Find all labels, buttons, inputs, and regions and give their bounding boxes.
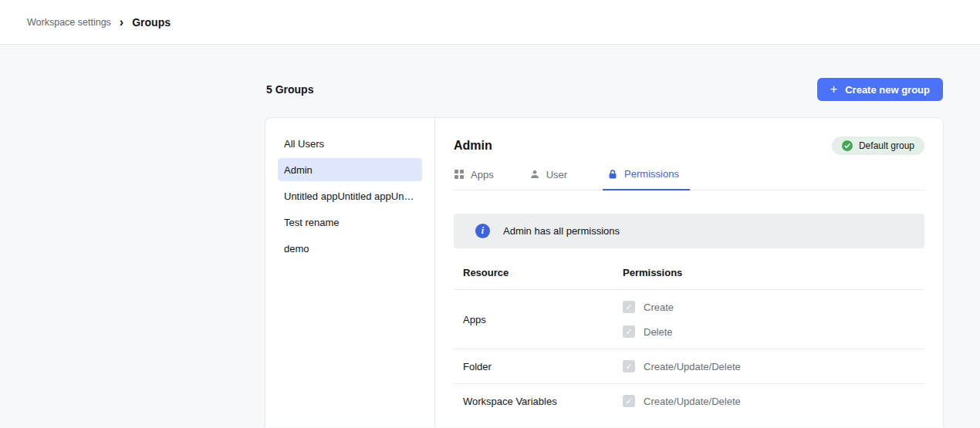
group-item-all-users[interactable]: All Users xyxy=(278,132,422,155)
permission-item: ✓ Create/Update/Delete xyxy=(623,389,741,413)
groups-card: All Users Admin Untitled appUntitled app… xyxy=(265,117,944,427)
resource-label: Workspace Variables xyxy=(463,396,623,407)
tab-permissions-label: Permissions xyxy=(624,168,679,180)
lock-icon xyxy=(607,169,618,180)
workspace-variables-create-update-delete-checkbox[interactable]: ✓ xyxy=(623,395,635,407)
check-icon: ✓ xyxy=(625,362,632,371)
column-header-resource: Resource xyxy=(463,267,623,278)
check-icon: ✓ xyxy=(625,397,632,406)
create-new-group-button[interactable]: + Create new group xyxy=(817,78,943,101)
table-row-workspace-variables: Workspace Variables ✓ Create/Update/Dele… xyxy=(454,384,924,418)
plus-icon: + xyxy=(830,83,837,96)
permission-item: ✓ Delete xyxy=(623,319,674,344)
table-row-folder: Folder ✓ Create/Update/Delete xyxy=(454,349,924,384)
permission-label: Delete xyxy=(644,326,673,338)
page-content: 5 Groups + Create new group All Users Ad… xyxy=(0,45,980,428)
apps-create-checkbox[interactable]: ✓ xyxy=(623,301,635,313)
resource-label: Folder xyxy=(463,361,623,372)
group-item-admin[interactable]: Admin xyxy=(278,158,422,181)
group-item-test-rename[interactable]: Test rename xyxy=(278,211,422,234)
permissions-cell: ✓ Create/Update/Delete xyxy=(623,389,741,413)
group-item-label: All Users xyxy=(284,138,324,150)
resource-label: Apps xyxy=(463,314,623,325)
group-item-label: Untitled appUntitled appUntitle… xyxy=(284,190,416,202)
breadcrumb: Workspace settings › Groups xyxy=(27,16,171,29)
tab-permissions[interactable]: Permissions xyxy=(603,168,690,190)
group-tabs: Apps User Permissions xyxy=(454,168,924,190)
tab-user[interactable]: User xyxy=(529,168,567,190)
tab-user-label: User xyxy=(546,169,567,180)
group-detail-panel: Admin Default group xyxy=(435,118,943,427)
tab-apps-label: Apps xyxy=(471,169,494,180)
group-list: All Users Admin Untitled appUntitled app… xyxy=(265,118,435,427)
check-icon: ✓ xyxy=(625,303,632,312)
group-item-untitled-app[interactable]: Untitled appUntitled appUntitle… xyxy=(278,184,422,207)
table-row-apps: Apps ✓ Create ✓ Delete xyxy=(454,290,924,349)
group-item-label: Test rename xyxy=(284,217,340,228)
column-header-permissions: Permissions xyxy=(623,267,682,278)
info-icon: i xyxy=(475,224,490,238)
check-icon: ✓ xyxy=(625,328,632,336)
page-head: 5 Groups + Create new group xyxy=(0,45,980,101)
table-header-row: Resource Permissions xyxy=(454,259,924,290)
apps-delete-checkbox[interactable]: ✓ xyxy=(623,325,635,338)
breadcrumb-groups: Groups xyxy=(132,16,171,29)
group-detail-header: Admin Default group xyxy=(454,136,924,155)
default-group-badge: Default group xyxy=(832,136,924,155)
permission-label: Create/Update/Delete xyxy=(644,361,741,372)
permissions-info-banner: i Admin has all permissions xyxy=(454,214,924,248)
group-title: Admin xyxy=(454,139,492,153)
folder-create-update-delete-checkbox[interactable]: ✓ xyxy=(623,360,635,372)
tab-apps[interactable]: Apps xyxy=(454,168,494,190)
permission-item: ✓ Create xyxy=(623,295,674,319)
apps-grid-icon xyxy=(454,169,465,180)
create-new-group-label: Create new group xyxy=(845,84,930,96)
chevron-right-icon: › xyxy=(120,16,123,29)
permission-label: Create/Update/Delete xyxy=(644,396,741,407)
default-group-badge-label: Default group xyxy=(859,140,914,151)
group-item-label: Admin xyxy=(284,164,313,176)
permissions-cell: ✓ Create/Update/Delete xyxy=(623,354,741,379)
permissions-table: Resource Permissions Apps ✓ Create xyxy=(454,259,924,418)
permission-item: ✓ Create/Update/Delete xyxy=(623,354,741,379)
breadcrumb-workspace-settings[interactable]: Workspace settings xyxy=(27,17,111,28)
permissions-cell: ✓ Create ✓ Delete xyxy=(623,295,674,344)
group-item-label: demo xyxy=(284,243,309,254)
user-icon xyxy=(529,169,540,180)
top-header: Workspace settings › Groups xyxy=(0,0,980,45)
groups-count-label: 5 Groups xyxy=(266,83,313,96)
check-circle-icon xyxy=(842,140,853,151)
permission-label: Create xyxy=(644,302,674,313)
group-item-demo[interactable]: demo xyxy=(278,237,422,260)
banner-text: Admin has all permissions xyxy=(503,225,620,237)
